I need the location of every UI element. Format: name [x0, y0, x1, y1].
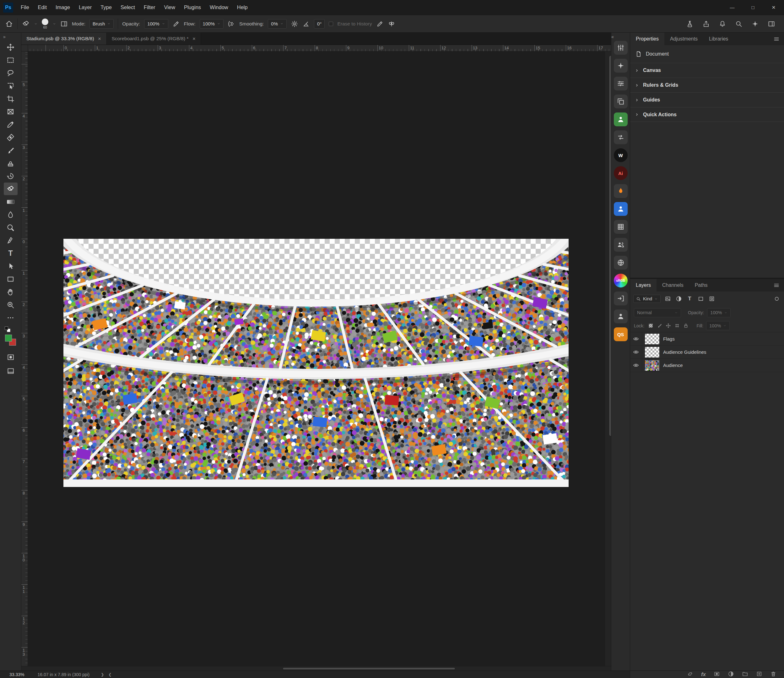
smoothing-gear-icon[interactable] — [291, 20, 298, 28]
layer-filter-kind-select[interactable]: Kind — [633, 295, 661, 303]
pasteboard[interactable] — [28, 51, 611, 666]
layer-thumbnail[interactable] — [645, 360, 660, 371]
layer-filter-image[interactable] — [663, 295, 672, 303]
rectangle-tool[interactable] — [4, 273, 17, 285]
symmetry-icon[interactable] — [388, 20, 395, 28]
properties-tab-properties[interactable]: Properties — [630, 33, 664, 45]
layers-action-plussq[interactable] — [756, 671, 762, 678]
menu-image[interactable]: Image — [51, 0, 75, 15]
vertical-ruler[interactable]: 5432101234567891 01 11 21 3 — [21, 51, 28, 666]
menu-view[interactable]: View — [160, 0, 179, 15]
gradient-tool[interactable] — [4, 195, 17, 208]
pressure-opacity-icon[interactable] — [173, 20, 180, 28]
properties-tab-libraries[interactable]: Libraries — [703, 33, 734, 45]
marquee-tool[interactable] — [4, 54, 17, 66]
layer-filter-smart[interactable] — [708, 295, 716, 303]
smoothing-select[interactable]: 0% — [268, 19, 287, 29]
brush-preset-picker[interactable]: 60 — [42, 19, 48, 29]
layers-action-trash[interactable] — [770, 671, 776, 678]
document-tab[interactable]: Stadium.psb @ 33.3% (RGB/8)✕ — [21, 33, 107, 45]
panels-button[interactable] — [768, 20, 775, 28]
menu-edit[interactable]: Edit — [34, 0, 51, 15]
layers-action-half[interactable] — [728, 671, 734, 678]
mode-select[interactable]: Brush — [89, 19, 114, 29]
properties-section-canvas[interactable]: Canvas — [630, 63, 784, 78]
blend-mode-select[interactable]: Normal — [634, 308, 681, 317]
layers-action-folder[interactable] — [742, 671, 748, 678]
blur-tool[interactable] — [4, 208, 17, 221]
plugin-person-blue[interactable] — [614, 202, 628, 216]
plugin-w[interactable]: W — [614, 148, 628, 162]
toolbar-collapse[interactable]: » — [0, 33, 21, 41]
zoom-tool[interactable] — [4, 298, 17, 311]
bell-button[interactable] — [719, 20, 726, 28]
beaker-button[interactable] — [686, 20, 694, 28]
brush-picker-chevron-icon[interactable] — [53, 22, 56, 26]
layer-visibility-toggle[interactable] — [630, 332, 642, 345]
path-selection-tool[interactable] — [4, 260, 17, 273]
layer-thumbnail[interactable] — [645, 346, 660, 358]
pressure-size-icon[interactable] — [376, 20, 384, 28]
layer-filter-toggle[interactable] — [772, 295, 781, 303]
plugin-grid[interactable] — [614, 220, 628, 234]
layers-opacity-input[interactable]: 100% — [707, 308, 731, 317]
layers-action-fx[interactable]: fx — [701, 672, 706, 678]
plugin-qs[interactable]: QS — [614, 327, 628, 341]
status-nav-chevron[interactable]: ❯ — [101, 672, 104, 677]
hand-tool[interactable] — [4, 285, 17, 298]
plugin-transform[interactable] — [614, 130, 628, 144]
layers-tab-paths[interactable]: Paths — [689, 279, 713, 291]
dodge-tool[interactable] — [4, 221, 17, 234]
lock-checker-button[interactable] — [647, 323, 654, 329]
healing-brush-tool[interactable] — [4, 131, 17, 143]
move-tool[interactable] — [4, 41, 17, 53]
menu-plugins[interactable]: Plugins — [180, 0, 205, 15]
horizontal-ruler[interactable]: 01234567891011121314151617 — [28, 45, 611, 51]
plugin-portrait[interactable] — [614, 112, 628, 126]
layer-row[interactable]: Audience — [630, 359, 784, 372]
sparkle-button[interactable] — [751, 20, 759, 28]
menu-filter[interactable]: Filter — [139, 0, 160, 15]
plugin-strip-collapse[interactable]: « — [611, 33, 630, 41]
lock-move-button[interactable] — [665, 323, 672, 329]
document-canvas[interactable] — [64, 239, 569, 487]
zoom-level[interactable]: 33.33% — [9, 672, 24, 677]
menu-layer[interactable]: Layer — [75, 0, 96, 15]
tab-close-icon[interactable]: ✕ — [98, 36, 101, 41]
history-brush-tool[interactable] — [4, 170, 17, 182]
properties-section-rulers-grids[interactable]: Rulers & Grids — [630, 78, 784, 92]
maximize-button[interactable]: □ — [742, 0, 763, 15]
object-selection-tool[interactable] — [4, 79, 17, 92]
plugin-sparkle[interactable] — [614, 59, 628, 73]
frame-tool[interactable] — [4, 105, 17, 118]
plugin-person[interactable] — [614, 309, 628, 323]
properties-section-quick-actions[interactable]: Quick Actions — [630, 107, 784, 122]
plugin-srgb[interactable]: sRGB — [614, 274, 628, 287]
layers-action-maskic[interactable] — [714, 671, 720, 678]
horizontal-scrollbar[interactable] — [21, 666, 611, 670]
tool-preset-chevron-icon[interactable] — [34, 22, 38, 26]
layers-action-link[interactable] — [687, 671, 693, 678]
tab-close-icon[interactable]: ✕ — [192, 36, 196, 41]
pen-tool[interactable] — [4, 234, 17, 246]
opacity-select[interactable]: 100% — [144, 19, 168, 29]
menu-file[interactable]: File — [16, 0, 34, 15]
layer-thumbnail[interactable] — [645, 334, 660, 344]
clone-stamp-tool[interactable] — [4, 157, 17, 169]
ruler-corner[interactable] — [21, 45, 28, 51]
status-nav-chevron[interactable]: ❮ — [108, 672, 112, 677]
menu-window[interactable]: Window — [205, 0, 233, 15]
quick-mask-mode[interactable] — [4, 351, 17, 363]
default-colors-foreground[interactable] — [5, 326, 8, 330]
properties-tab-adjustments[interactable]: Adjustments — [664, 33, 703, 45]
lock-artboard-button[interactable] — [674, 323, 680, 329]
toggle-brush-panel-icon[interactable] — [60, 20, 68, 28]
search-button[interactable] — [735, 20, 742, 28]
layer-visibility-toggle[interactable] — [630, 359, 642, 372]
crop-tool[interactable] — [4, 92, 17, 105]
plugin-import[interactable] — [614, 291, 628, 305]
airbrush-icon[interactable] — [228, 20, 235, 28]
foreground-color-swatch[interactable] — [5, 335, 12, 341]
brush-angle-input[interactable]: 0° — [314, 19, 325, 29]
lock-lock-button[interactable] — [682, 323, 689, 329]
